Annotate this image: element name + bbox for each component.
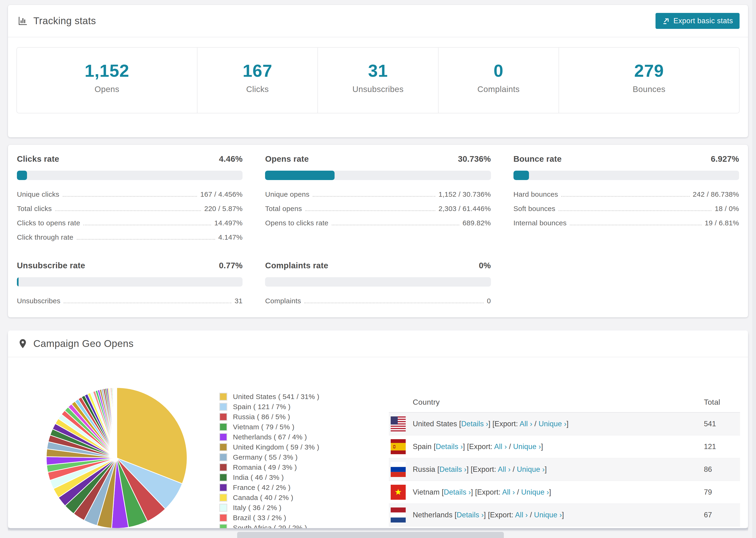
rate-progress-fill [17, 277, 19, 287]
export-unique-link[interactable]: Unique › [521, 488, 549, 496]
legend-swatch [219, 484, 227, 492]
rate-value: 6.927% [711, 154, 739, 164]
export-unique-link[interactable]: Unique › [539, 420, 567, 428]
stat-box-complaints: 0Complaints [438, 48, 559, 113]
dotted-leader [63, 196, 197, 197]
rate-row-label: Opens to clicks rate [265, 219, 328, 227]
rate-block-complaints-rate: Complaints rate0%Complaints0 [265, 261, 491, 311]
rates-card: Clicks rate4.46%Unique clicks167 / 4.456… [8, 145, 748, 317]
rate-row-label: Complaints [265, 297, 301, 305]
geo-table: Country Total United States [Details ›] … [389, 392, 740, 528]
legend-item-south-africa: South Africa ( 29 / 2% ) [219, 523, 319, 528]
details-link[interactable]: Details › [440, 465, 467, 473]
dotted-leader [561, 196, 689, 197]
geo-header: Campaign Geo Opens [8, 331, 748, 357]
country-total: 541 [695, 420, 740, 428]
geo-table-row-ru: Russia [Details ›] [Export: All › / Uniq… [389, 458, 740, 481]
stat-box-clicks: 167Clicks [197, 48, 317, 113]
stat-value: 0 [494, 61, 503, 81]
export-all-link[interactable]: All › [519, 420, 532, 428]
rate-row-label: Clicks to opens rate [17, 219, 80, 227]
rate-row-label: Total opens [265, 205, 302, 213]
rate-row-value: 689.82% [462, 219, 491, 227]
legend-item-italy: Italy ( 36 / 2% ) [219, 503, 319, 512]
rate-row: Unique clicks167 / 4.456% [17, 190, 243, 198]
legend-swatch [219, 423, 227, 431]
rate-row-value: 242 / 86.738% [693, 190, 739, 198]
rate-row-value: 167 / 4.456% [200, 190, 243, 198]
export-unique-link[interactable]: Unique › [517, 465, 545, 473]
legend-item-russia: Russia ( 86 / 5% ) [219, 412, 319, 422]
dotted-leader [313, 196, 435, 197]
legend-label: United Kingdom ( 59 / 3% ) [233, 443, 319, 451]
campaign-geo-opens-card: Campaign Geo Opens United States ( 541 /… [8, 331, 748, 528]
geo-table-row-us: United States [Details ›] [Export: All ›… [389, 413, 740, 435]
legend-label: Spain ( 121 / 7% ) [233, 403, 291, 411]
export-unique-link[interactable]: Unique › [513, 443, 541, 451]
legend-swatch [219, 473, 227, 481]
rate-row-value: 4.147% [218, 233, 243, 241]
rate-block-unsubscribe-rate: Unsubscribe rate0.77%Unsubscribes31 [17, 261, 243, 311]
geo-table-row-es: Spain [Details ›] [Export: All › / Uniqu… [389, 435, 740, 458]
stat-label: Complaints [477, 84, 519, 94]
rate-row: Hard bounces242 / 86.738% [513, 190, 739, 198]
dotted-leader [77, 239, 215, 240]
rate-value: 4.46% [219, 154, 243, 164]
horizontal-scrollbar-thumb[interactable] [237, 532, 504, 538]
details-link[interactable]: Details › [444, 488, 471, 496]
dotted-leader [64, 302, 231, 303]
legend-swatch [219, 514, 227, 522]
export-unique-link[interactable]: Unique › [534, 511, 562, 519]
export-basic-stats-button[interactable]: Export basic stats [656, 13, 739, 29]
rate-value: 0% [479, 261, 491, 270]
export-all-link[interactable]: All › [515, 511, 528, 519]
geo-pie-chart [40, 382, 193, 528]
country-total: 79 [695, 488, 740, 497]
details-link[interactable]: Details › [457, 511, 484, 519]
rate-value: 0.77% [219, 261, 243, 270]
country-total: 67 [695, 511, 740, 519]
rate-progress-fill [17, 171, 27, 180]
rate-block-bounce-rate: Bounce rate6.927%Hard bounces242 / 86.73… [513, 154, 739, 248]
flag-ru-icon [391, 462, 406, 477]
stat-label: Clicks [246, 84, 269, 94]
legend-item-netherlands: Netherlands ( 67 / 4% ) [219, 432, 319, 442]
rate-row: Complaints0 [265, 297, 491, 305]
export-all-link[interactable]: All › [494, 443, 507, 451]
rate-title: Unsubscribe rate [17, 261, 85, 270]
legend-item-brazil: Brazil ( 33 / 2% ) [219, 512, 319, 523]
stat-box-opens: 1,152Opens [17, 48, 197, 113]
geo-legend: United States ( 541 / 31% )Spain ( 121 /… [219, 392, 319, 528]
stat-label: Bounces [633, 84, 666, 94]
details-link[interactable]: Details › [436, 443, 463, 451]
legend-swatch [219, 494, 227, 502]
dotted-leader [570, 225, 701, 225]
legend-item-canada: Canada ( 40 / 2% ) [219, 493, 319, 503]
legend-swatch [219, 524, 227, 528]
tracking-stats-header: Tracking stats Export basic stats [8, 5, 748, 37]
legend-swatch [219, 433, 227, 441]
stat-box-unsubscribes: 31Unsubscribes [317, 48, 438, 113]
rate-row-label: Unique clicks [17, 190, 59, 198]
rate-row-value: 0 [487, 297, 491, 305]
export-all-link[interactable]: All › [498, 465, 511, 473]
legend-item-romania: Romania ( 49 / 3% ) [219, 462, 319, 472]
rate-row-label: Click through rate [17, 233, 74, 241]
legend-item-france: France ( 42 / 2% ) [219, 482, 319, 493]
rate-progress-fill [265, 171, 334, 180]
dotted-leader [304, 302, 483, 303]
legend-label: Brazil ( 33 / 2% ) [233, 514, 286, 522]
details-link[interactable]: Details › [461, 420, 488, 428]
dotted-leader [332, 225, 459, 225]
country-name: Spain [413, 443, 432, 451]
legend-label: Germany ( 55 / 3% ) [233, 453, 298, 461]
rate-row: Total opens2,303 / 61.446% [265, 205, 491, 213]
geo-table-row-nl: Netherlands [Details ›] [Export: All › /… [389, 504, 740, 526]
export-all-link[interactable]: All › [502, 488, 515, 496]
rate-row-label: Total clicks [17, 205, 52, 213]
page-scrollbar[interactable] [752, 0, 756, 538]
rate-row-label: Hard bounces [513, 190, 558, 198]
geo-title: Campaign Geo Opens [33, 338, 134, 349]
rate-row: Unsubscribes31 [17, 297, 243, 305]
rate-progress-fill [513, 171, 529, 180]
